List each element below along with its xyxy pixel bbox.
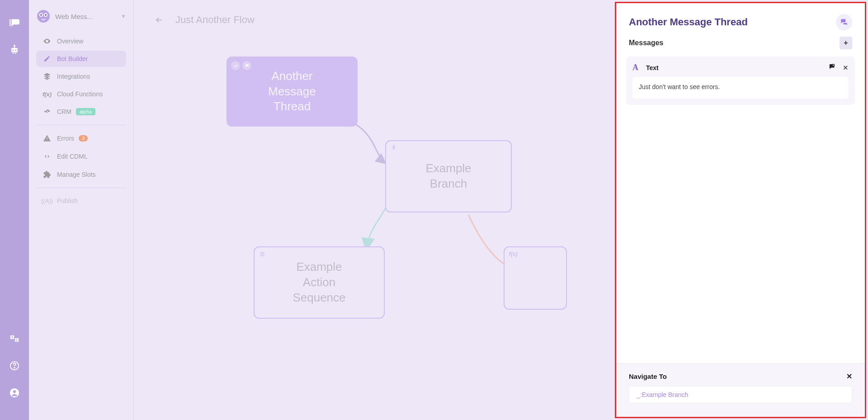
nav-label: Bot Builder	[57, 55, 88, 62]
node-sequence[interactable]: Example Action Sequence	[254, 246, 385, 319]
svg-rect-7	[15, 53, 16, 54]
chat-icon[interactable]	[5, 14, 24, 32]
messages-label: Messages	[629, 39, 840, 47]
fx-icon: f(x)	[509, 251, 518, 258]
inspector-panel: Another Message Thread Messages + A Text…	[615, 2, 866, 418]
svg-text:A: A	[11, 335, 14, 339]
translate-icon[interactable]: A文	[5, 330, 24, 348]
svg-point-2	[13, 50, 14, 51]
eye-icon	[42, 37, 52, 45]
add-variant-button[interactable]	[828, 63, 836, 72]
puzzle-icon	[42, 170, 52, 179]
alpha-badge: alpha	[76, 108, 95, 115]
svg-rect-0	[9, 19, 10, 26]
panel-header: Another Message Thread	[616, 3, 865, 34]
workspace-name: Web Mess...	[55, 13, 121, 20]
icon-rail: A文	[0, 0, 29, 420]
list-icon	[259, 251, 265, 260]
message-card[interactable]: A Text ✕ Just don't want to see errors.	[626, 57, 855, 105]
error-count-badge: 3	[79, 135, 88, 142]
panel-title: Another Message Thread	[629, 16, 836, 28]
svg-point-16	[37, 10, 50, 23]
nav-manage-slots[interactable]: Manage Slots	[36, 166, 126, 183]
nav-label: Cloud Functions	[57, 90, 103, 98]
check-icon	[231, 61, 240, 70]
pin-icon	[391, 145, 397, 153]
fx-icon: f(x)	[42, 91, 52, 98]
owl-logo-icon	[36, 9, 51, 24]
node-label: Example Action Sequence	[292, 260, 345, 305]
nav-cloud-functions[interactable]: f(x) Cloud Functions	[36, 86, 126, 102]
svg-rect-1	[11, 48, 18, 52]
divider	[36, 125, 126, 125]
nav-label: Edit CDML	[57, 153, 88, 160]
clear-navigate-button[interactable]: ✕	[846, 372, 852, 381]
navigate-to-section: Navigate To ✕ _:Example Branch	[616, 363, 865, 417]
nav-label: Integrations	[57, 73, 90, 80]
svg-point-15	[13, 390, 16, 393]
sidebar: Web Mess... ▼ Overview Bot Builder Integ…	[29, 0, 134, 420]
nav-primary: Overview Bot Builder Integrations f(x) C…	[29, 33, 133, 120]
node-branch[interactable]: Example Branch	[385, 140, 512, 212]
message-card-header: A Text ✕	[632, 63, 849, 72]
message-type-label: Text	[646, 64, 822, 71]
code-icon	[42, 152, 52, 160]
user-icon[interactable]	[5, 384, 24, 402]
svg-rect-6	[13, 53, 14, 54]
bot-icon[interactable]	[5, 41, 24, 59]
svg-point-5	[14, 45, 15, 47]
svg-point-13	[14, 368, 15, 368]
navigate-to-label: Navigate To	[629, 373, 846, 380]
svg-text:文: 文	[15, 339, 18, 342]
pencil-icon	[42, 55, 52, 62]
handshake-icon	[42, 108, 52, 116]
messages-section-header: Messages +	[616, 34, 865, 52]
svg-point-20	[45, 14, 47, 16]
layers-icon	[42, 72, 52, 80]
nav-label: CRM	[57, 108, 71, 115]
back-button[interactable]	[152, 13, 166, 27]
nav-label: Publish	[57, 197, 78, 204]
message-text-input[interactable]: Just don't want to see errors.	[632, 77, 849, 99]
nav-bot-builder[interactable]: Bot Builder	[36, 51, 126, 67]
chat-preview-button[interactable]	[836, 14, 852, 30]
broadcast-icon: ((A))	[42, 198, 52, 204]
divider	[36, 188, 126, 188]
nav-integrations[interactable]: Integrations	[36, 68, 126, 85]
help-icon[interactable]	[5, 357, 24, 375]
navigate-to-select[interactable]: _:Example Branch	[629, 386, 852, 403]
nav-label: Overview	[57, 38, 83, 45]
warning-icon	[42, 134, 52, 142]
svg-point-3	[15, 50, 17, 51]
nav-tools: Errors 3 Edit CDML Manage Slots	[29, 130, 133, 183]
chevron-down-icon: ▼	[121, 13, 126, 19]
navigate-to-value: _:Example Branch	[637, 391, 688, 398]
nav-crm[interactable]: CRM alpha	[36, 103, 126, 120]
nav-publish-group: ((A)) Publish	[29, 193, 133, 209]
workspace-selector[interactable]: Web Mess... ▼	[29, 9, 133, 33]
nav-label: Manage Slots	[57, 171, 96, 178]
node-message-thread[interactable]: Another Message Thread	[226, 57, 358, 127]
chat-bubble-icon	[242, 61, 251, 70]
node-partial[interactable]: f(x)	[504, 246, 567, 310]
node-label: Example Branch	[425, 161, 471, 192]
nav-errors[interactable]: Errors 3	[36, 130, 126, 147]
delete-message-button[interactable]: ✕	[843, 64, 849, 72]
nav-publish[interactable]: ((A)) Publish	[36, 193, 126, 209]
nav-label: Errors	[57, 135, 74, 142]
flow-title: Just Another Flow	[175, 14, 255, 26]
text-type-icon: A	[632, 63, 643, 72]
node-label: Another Message Thread	[268, 69, 316, 114]
add-message-button[interactable]: +	[840, 37, 852, 49]
svg-point-19	[40, 14, 42, 16]
nav-edit-cdml[interactable]: Edit CDML	[36, 148, 126, 165]
nav-overview[interactable]: Overview	[36, 33, 126, 50]
